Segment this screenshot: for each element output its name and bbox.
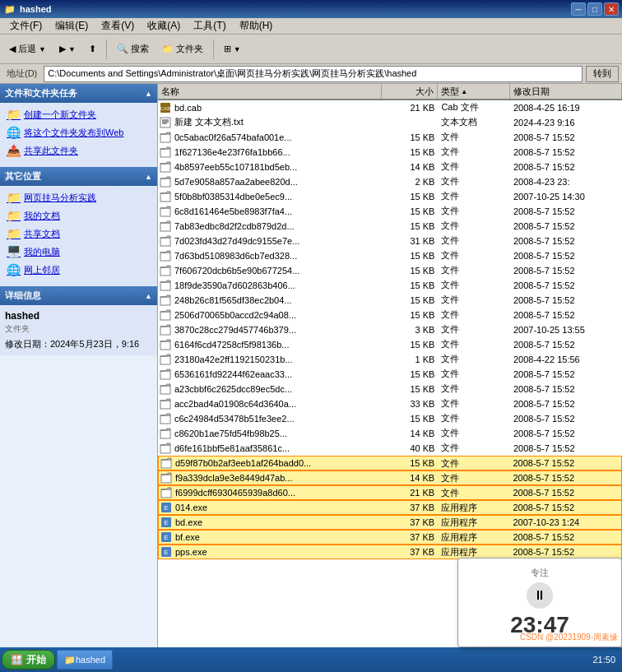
file-icon bbox=[158, 426, 173, 441]
close-button[interactable]: ✕ bbox=[604, 2, 619, 16]
menu-bar: 文件(F)编辑(E)查看(V)收藏(A)工具(T)帮助(H) bbox=[0, 18, 622, 35]
folders-label: 文件夹 bbox=[176, 43, 203, 55]
network-label: 网上邻居 bbox=[24, 264, 60, 276]
pause-button[interactable]: ⏸ bbox=[527, 582, 553, 609]
table-row[interactable]: f6999dcff6930465939a8d60...21 KB文件2008-5… bbox=[158, 485, 622, 500]
file-name: 7ab83edbc8d2f2cdb879d2d... bbox=[173, 221, 382, 231]
back-button[interactable]: ◀ 后退 ▼ bbox=[3, 38, 52, 61]
file-icon bbox=[158, 293, 173, 308]
table-row[interactable]: 3870c28cc279d457746b379...3 KB文件2007-10-… bbox=[158, 322, 622, 337]
table-row[interactable]: acc2bad4a01908c64d3640a...33 KB文件2008-5-… bbox=[158, 396, 622, 411]
menu-item-file[interactable]: 文件(F) bbox=[3, 17, 49, 35]
details-header[interactable]: 详细信息 ▲ bbox=[0, 286, 157, 305]
file-type: 文件 bbox=[438, 487, 509, 499]
svg-text:CAB: CAB bbox=[160, 106, 170, 111]
file-name: 新建 文本文档.txt bbox=[173, 116, 382, 128]
file-icon bbox=[158, 174, 173, 189]
svg-rect-50 bbox=[161, 460, 171, 468]
malware-link[interactable]: 📁 网页挂马分析实践 bbox=[7, 191, 151, 204]
table-row[interactable]: 2506d70065b0accd2c94a08...15 KB文件2008-5-… bbox=[158, 308, 622, 322]
svg-marker-21 bbox=[160, 236, 170, 238]
table-row[interactable]: 新建 文本文档.txt文本文档2024-4-23 9:16 bbox=[158, 115, 622, 130]
table-row[interactable]: 7f606720dcb6b5e90b677254...15 KB文件2008-5… bbox=[158, 263, 622, 278]
maximize-button[interactable]: □ bbox=[587, 2, 602, 16]
menu-item-edit[interactable]: 编辑(E) bbox=[49, 17, 95, 35]
forward-button[interactable]: ▶ ▼ bbox=[53, 38, 81, 61]
taskbar-folder-icon: 📁 bbox=[64, 655, 76, 665]
col-header-name[interactable]: 名称 bbox=[158, 84, 382, 99]
table-row[interactable]: 18f9de3590a7d602863b406...15 KB文件2008-5-… bbox=[158, 278, 622, 293]
svg-rect-26 bbox=[160, 282, 170, 290]
address-input[interactable] bbox=[44, 66, 583, 82]
table-row[interactable]: 7d63bd5108983d6cb7ed328...15 KB文件2008-5-… bbox=[158, 248, 622, 263]
taskbar-item-hashed[interactable]: 📁 hashed bbox=[57, 650, 113, 670]
table-row[interactable]: 5f0b8bf0385314dbe0e5ec9...15 KB文件2007-10… bbox=[158, 189, 622, 204]
go-button[interactable]: 转到 bbox=[586, 66, 619, 82]
file-icon bbox=[158, 204, 173, 219]
file-date: 2008-5-7 15:52 bbox=[510, 310, 622, 320]
start-button[interactable]: 🪟 开始 bbox=[2, 650, 55, 670]
my-docs-link[interactable]: 📁 我的文档 bbox=[7, 209, 151, 222]
table-row[interactable]: d59f87b0b2af3eeb1af264badd0...15 KB文件200… bbox=[158, 456, 622, 470]
folders-button[interactable]: 📁 文件夹 bbox=[156, 38, 209, 61]
table-row[interactable]: 6536161fd92244f62eaac33...15 KB文件2008-5-… bbox=[158, 367, 622, 382]
table-row[interactable]: 6c8d161464e5be8983f7fa4...15 KB文件2008-5-… bbox=[158, 204, 622, 219]
table-row[interactable]: 7ab83edbc8d2f2cdb879d2d...15 KB文件2008-5-… bbox=[158, 219, 622, 234]
table-row[interactable]: 6164f6cd47258cf5f98136b...15 KB文件2008-5-… bbox=[158, 337, 622, 352]
menu-item-favorites[interactable]: 收藏(A) bbox=[141, 17, 187, 35]
table-row[interactable]: 4b8597eeb55c107181bd5eb...14 KB文件2008-5-… bbox=[158, 160, 622, 174]
table-row[interactable]: a23cbbf6c2625dcc89ec5dc...15 KB文件2008-5-… bbox=[158, 382, 622, 396]
menu-item-tools[interactable]: 工具(T) bbox=[187, 17, 232, 35]
publish-link[interactable]: 🌐 将这个文件夹发布到Web bbox=[7, 126, 151, 139]
table-row[interactable]: 1f627136e4e23f76fa1bb66...15 KB文件2008-5-… bbox=[158, 145, 622, 160]
col-header-type[interactable]: 类型▲ bbox=[438, 84, 510, 99]
file-size: 1 KB bbox=[382, 355, 438, 364]
table-row[interactable]: CABbd.cab21 KBCab 文件2008-4-25 16:19 bbox=[158, 100, 622, 115]
menu-item-view[interactable]: 查看(V) bbox=[95, 17, 141, 35]
col-header-date[interactable]: 修改日期 bbox=[510, 84, 622, 99]
file-type: 文件 bbox=[438, 175, 510, 188]
table-row[interactable]: c6c24984d53478b51fe3ee2...15 KB文件2008-5-… bbox=[158, 411, 622, 426]
tasks-header[interactable]: 文件和文件夹任务 ▲ bbox=[0, 84, 157, 103]
up-button[interactable]: ⬆ bbox=[83, 38, 102, 61]
file-size: 15 KB bbox=[382, 369, 438, 379]
file-name: d59f87b0b2af3eeb1af264badd0... bbox=[174, 458, 382, 468]
file-date: 2008-5-7 15:52 bbox=[510, 280, 622, 290]
table-row[interactable]: 0c5abac0f26a574bafa001e...15 KB文件2008-5-… bbox=[158, 130, 622, 145]
svg-rect-52 bbox=[161, 475, 171, 483]
svg-marker-7 bbox=[160, 132, 170, 134]
search-button[interactable]: 🔍 搜索 bbox=[111, 38, 155, 61]
file-type: 文件 bbox=[438, 308, 510, 321]
my-computer-link[interactable]: 🖥️ 我的电脑 bbox=[7, 245, 151, 258]
table-row[interactable]: 248b26c81f565df38ec2b04...15 KB文件2008-5-… bbox=[158, 293, 622, 308]
file-size: 40 KB bbox=[382, 443, 438, 453]
table-row[interactable]: Ebd.exe37 KB应用程序2007-10-23 1:24 bbox=[158, 515, 622, 530]
new-folder-link[interactable]: 📁 创建一个新文件夹 bbox=[7, 108, 151, 121]
table-row[interactable]: 5d7e9058a857aa2abee820d...2 KB文件2008-4-2… bbox=[158, 174, 622, 189]
share-link[interactable]: 📤 共享此文件夹 bbox=[7, 144, 151, 157]
file-icon bbox=[158, 322, 173, 337]
file-name: bf.exe bbox=[174, 532, 382, 542]
menu-item-help[interactable]: 帮助(H) bbox=[233, 17, 280, 35]
view-button[interactable]: ⊞ ▼ bbox=[218, 38, 247, 61]
file-icon: E bbox=[159, 530, 174, 545]
file-icon bbox=[158, 308, 173, 322]
file-date: 2008-5-7 15:52 bbox=[509, 547, 621, 557]
file-date: 2008-5-7 15:52 bbox=[510, 384, 622, 394]
minimize-button[interactable]: ─ bbox=[571, 2, 586, 16]
col-header-size[interactable]: 大小 bbox=[382, 84, 438, 99]
table-row[interactable]: d6fe161bbf5e81aaf35861c...40 KB文件2008-5-… bbox=[158, 441, 622, 456]
table-row[interactable]: f9a339dcla9e3e8449d47ab...14 KB文件2008-5-… bbox=[158, 470, 622, 485]
table-row[interactable]: 7d023fd43d27d49dc9155e7e...31 KB文件2008-5… bbox=[158, 234, 622, 248]
table-row[interactable]: c8620b1ae75fd54fb98b25...14 KB文件2008-5-7… bbox=[158, 426, 622, 441]
network-link[interactable]: 🌐 网上邻居 bbox=[7, 263, 151, 276]
table-row[interactable]: 23180a42e2ff1192150231b...1 KB文件2008-4-2… bbox=[158, 352, 622, 367]
file-date: 2008-4-22 15:56 bbox=[510, 355, 622, 364]
folders-icon: 📁 bbox=[162, 44, 174, 54]
table-row[interactable]: E014.exe37 KB应用程序2008-5-7 15:52 bbox=[158, 500, 622, 515]
shared-docs-link[interactable]: 📁 共享文档 bbox=[7, 227, 151, 240]
table-row[interactable]: Ebf.exe37 KB应用程序2008-5-7 15:52 bbox=[158, 530, 622, 545]
file-size: 31 KB bbox=[382, 236, 438, 246]
places-header[interactable]: 其它位置 ▲ bbox=[0, 167, 157, 186]
svg-rect-34 bbox=[160, 341, 170, 350]
